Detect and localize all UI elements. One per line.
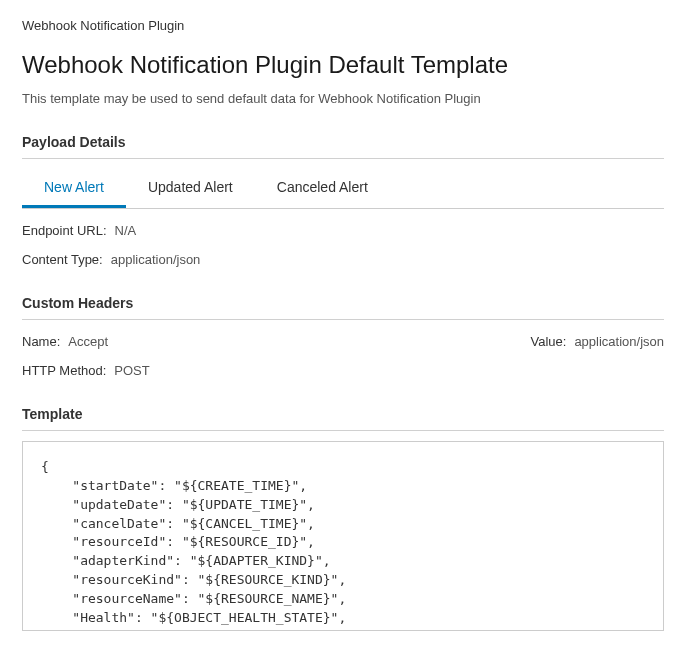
page-title: Webhook Notification Plugin Default Temp… (22, 51, 664, 79)
breadcrumb[interactable]: Webhook Notification Plugin (22, 18, 664, 33)
header-name-label: Name: (22, 334, 60, 349)
endpoint-url-label: Endpoint URL: (22, 223, 107, 238)
tab-updated-alert[interactable]: Updated Alert (126, 169, 255, 208)
custom-headers-heading: Custom Headers (22, 295, 664, 311)
http-method-value: POST (114, 363, 149, 378)
header-value-label: Value: (530, 334, 566, 349)
endpoint-url-value: N/A (115, 223, 137, 238)
page-description: This template may be used to send defaul… (22, 91, 664, 106)
http-method-label: HTTP Method: (22, 363, 106, 378)
header-value-value: application/json (574, 334, 664, 349)
alert-tabs: New Alert Updated Alert Canceled Alert (22, 169, 664, 209)
template-heading: Template (22, 406, 664, 422)
content-type-label: Content Type: (22, 252, 103, 267)
header-name-value: Accept (68, 334, 108, 349)
content-type-value: application/json (111, 252, 201, 267)
payload-details-heading: Payload Details (22, 134, 664, 150)
tab-new-alert[interactable]: New Alert (22, 169, 126, 208)
tab-canceled-alert[interactable]: Canceled Alert (255, 169, 390, 208)
template-body[interactable]: { "startDate": "${CREATE_TIME}", "update… (22, 441, 664, 631)
